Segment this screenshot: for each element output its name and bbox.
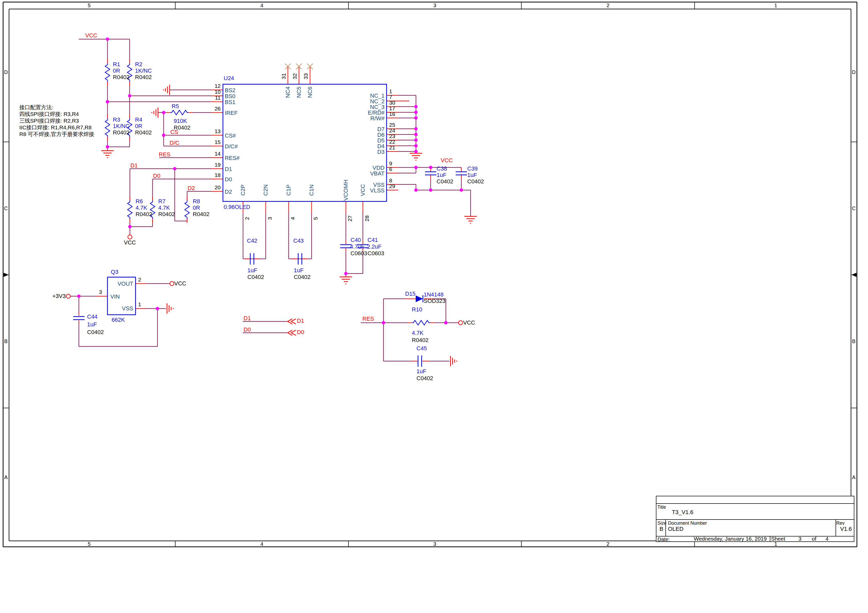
border-row-left: B bbox=[0, 338, 11, 344]
junction-dot bbox=[414, 189, 418, 192]
pin-name-C2P: C2P bbox=[240, 173, 246, 207]
note-line: 四线SPI接口焊接: R3,R4 bbox=[19, 111, 79, 118]
component-ref-C45: C45 bbox=[417, 345, 427, 351]
net-label-vcc: VCC bbox=[441, 157, 453, 164]
title-label: Title bbox=[657, 504, 666, 510]
title-block-line bbox=[835, 519, 836, 536]
junction-dot bbox=[414, 111, 418, 114]
net-label-d1: D1 bbox=[297, 318, 304, 324]
junction-dot bbox=[156, 307, 159, 310]
junction-dot bbox=[444, 321, 448, 325]
pin-number: 29 bbox=[389, 183, 395, 189]
net-label-res: RES bbox=[362, 316, 374, 322]
power-port-icon bbox=[459, 320, 463, 325]
junction-dot bbox=[78, 295, 81, 298]
size-label: Size bbox=[657, 520, 666, 526]
pin-name-D/C#: D/C# bbox=[225, 144, 238, 150]
net-label-d0: D0 bbox=[243, 327, 251, 333]
border-arrow-right bbox=[851, 273, 856, 277]
border-col-top: 4 bbox=[251, 2, 272, 8]
pin-name-VIN: VIN bbox=[110, 294, 120, 300]
note-line: 三线SPI接口焊接: R2,R3 bbox=[19, 118, 79, 124]
resistor-icon bbox=[127, 200, 132, 219]
pin-name-C1P: C1P bbox=[285, 173, 292, 207]
rev-value: V1.6 bbox=[840, 526, 852, 532]
net-label-cs: CS bbox=[170, 129, 178, 135]
sheet-label: Sheet bbox=[771, 536, 785, 542]
sheet-title: T3_V1.6 bbox=[672, 509, 693, 515]
schematic-sheet: 5544332211DDCCBBAAU240.96OLEDBS212BS010B… bbox=[0, 0, 868, 613]
pin-name-D1: D1 bbox=[225, 166, 232, 172]
border-row-left: A bbox=[0, 474, 11, 480]
junction-dot bbox=[106, 100, 109, 104]
power-port-icon bbox=[66, 294, 70, 298]
pin-name-BS0: BS0 bbox=[225, 93, 236, 99]
power-label-vcc: VCC bbox=[174, 280, 186, 287]
junction-dot bbox=[460, 189, 463, 192]
border-row-right: A bbox=[849, 474, 859, 480]
junction-dot bbox=[429, 189, 432, 192]
pin-number: 7 bbox=[389, 94, 392, 100]
pin-number: 20 bbox=[195, 184, 221, 190]
component-value-C38: 1uF bbox=[437, 172, 446, 178]
junction-dot bbox=[128, 225, 132, 229]
pin-name-D2: D2 bbox=[225, 189, 232, 195]
offpage-chevron-icon bbox=[291, 319, 296, 324]
component-value-R7: 4.7K bbox=[158, 205, 170, 211]
junction-dot bbox=[414, 116, 418, 120]
pin-name-NC4: NC4 bbox=[285, 76, 291, 109]
title-block-line bbox=[656, 503, 854, 504]
title-block-line bbox=[770, 536, 770, 542]
component-ref-R5: R5 bbox=[172, 103, 179, 110]
pin-number: 1 bbox=[138, 301, 141, 308]
pin-number: 22 bbox=[389, 139, 395, 145]
net-label-d1: D1 bbox=[243, 315, 251, 322]
pin-name-CS#: CS# bbox=[225, 133, 236, 139]
component-ref-R6: R6 bbox=[136, 198, 143, 204]
border-row-right: B bbox=[849, 338, 859, 344]
pin-name-RES#: RES# bbox=[225, 155, 239, 161]
pin-number: 18 bbox=[195, 172, 221, 178]
pin-number: 21 bbox=[389, 144, 395, 151]
net-label-res: RES bbox=[159, 152, 170, 158]
regulator-value: 662K bbox=[112, 317, 125, 323]
pin-number: 30 bbox=[389, 100, 395, 106]
border-arrow-left bbox=[4, 273, 8, 277]
net-label-vcc: VCC bbox=[85, 33, 97, 39]
ic-ref: U24 bbox=[224, 75, 234, 81]
component-value-R5: 910K bbox=[174, 118, 187, 124]
component-ref-C38: C38 bbox=[437, 166, 447, 172]
junction-dot bbox=[106, 38, 109, 41]
pin-name-D0: D0 bbox=[225, 176, 232, 183]
pin-number: 8 bbox=[389, 178, 392, 184]
net-label-dc: D/C bbox=[170, 140, 179, 146]
note-line: R8 可不焊接,官方手册要求焊接 bbox=[19, 131, 95, 138]
pin-number: 23 bbox=[389, 133, 395, 139]
net-label-d2: D2 bbox=[188, 185, 195, 191]
pin-number: 24 bbox=[389, 127, 395, 134]
junction-dot bbox=[414, 166, 418, 169]
pin-number: 10 bbox=[195, 89, 221, 95]
junction-dot bbox=[414, 139, 418, 142]
pin-name-VOUT: VOUT bbox=[107, 281, 133, 287]
resistor-icon bbox=[105, 118, 110, 137]
component-footprint-R3: R0402 bbox=[113, 130, 130, 136]
component-footprint-C42: C0402 bbox=[247, 274, 264, 280]
component-footprint-R10: R0402 bbox=[412, 337, 429, 343]
pin-name-VSS: VSS bbox=[107, 305, 133, 312]
component-ref-C39: C39 bbox=[467, 166, 477, 172]
border-col-bottom: 4 bbox=[251, 541, 272, 547]
component-value-C43: 1uF bbox=[294, 267, 304, 274]
junction-dot bbox=[414, 150, 418, 153]
pin-number: 19 bbox=[195, 162, 221, 168]
component-ref-R1: R1 bbox=[113, 61, 120, 68]
pin-name-BS1: BS1 bbox=[225, 99, 236, 105]
component-value-R4: 0R bbox=[135, 123, 142, 129]
sheet-total: 4 bbox=[826, 536, 829, 542]
sheet-of-label: of bbox=[812, 536, 817, 542]
resistor-icon bbox=[185, 200, 189, 219]
pin-number: 13 bbox=[195, 128, 221, 135]
component-value-R2: 1K/NC bbox=[135, 68, 152, 74]
border-col-top: 5 bbox=[79, 2, 99, 8]
power-label-vcc: VCC bbox=[463, 320, 475, 326]
